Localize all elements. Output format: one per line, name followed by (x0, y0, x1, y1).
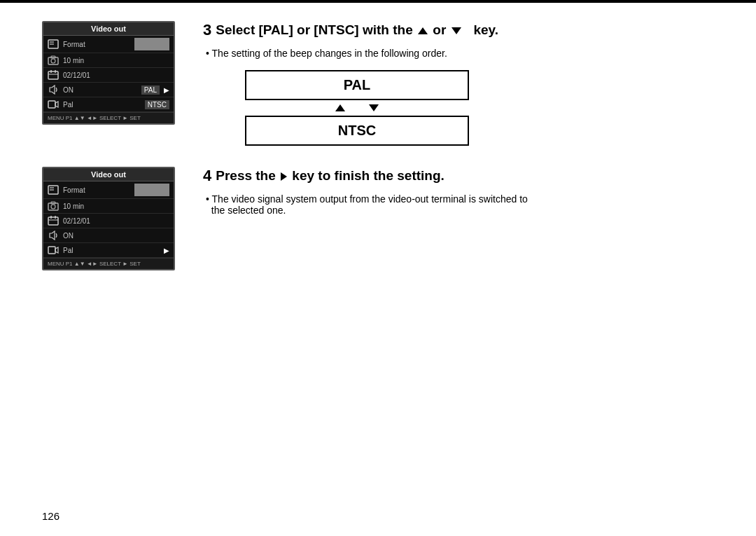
svg-marker-10 (50, 85, 55, 94)
step4-number: 4 (203, 167, 211, 185)
svg-rect-11 (48, 101, 55, 108)
screen2-speaker-icon (48, 231, 59, 240)
arrow-right-icon (281, 172, 287, 181)
diagram-arrow-up (335, 104, 345, 111)
screen2-camera-icon (48, 201, 59, 211)
screen2-speaker-label: ON (63, 232, 169, 240)
arrow-up-icon (418, 27, 428, 34)
format-thumb (134, 38, 169, 50)
screen2-format-thumb (134, 184, 169, 196)
screen2-footer-text: MENU P1 ▲▼ ◄► SELECT ► SET (48, 261, 141, 267)
screen2-row-pal: Pal ▶ (43, 243, 174, 258)
speaker-label: ON (63, 86, 137, 94)
screen-row-date: 02/12/01 (43, 68, 174, 83)
top-border (0, 0, 756, 3)
screen-mockup-1: Video out Format (42, 21, 175, 125)
svg-point-4 (51, 59, 55, 63)
step3-content: 3 Select [PAL] or [NTSC] with the or key… (203, 21, 714, 146)
screen-title-2: Video out (43, 168, 174, 181)
screen2-row-camera: 10 min (43, 199, 174, 214)
screen1-footer: MENU P1 ▲▼ ◄► SELECT ► SET (43, 112, 174, 123)
screen2-pal-label: Pal (63, 247, 160, 254)
step4-bullet: • The video signal system output from th… (203, 193, 714, 216)
svg-rect-19 (48, 217, 58, 225)
screen2-row-format: Format (43, 181, 174, 199)
screen2-date-icon (48, 216, 59, 226)
speaker-value: PAL (141, 85, 160, 95)
step4-bullet-line1: The video signal system output from the … (212, 193, 528, 205)
date-label: 02/12/01 (63, 71, 169, 79)
step4-content: 4 Press the key to finish the setting. •… (203, 167, 714, 216)
screen-body-2: Format 10 min (43, 181, 174, 258)
camera-label: 10 min (63, 57, 169, 64)
screen1-footer-text: MENU P1 ▲▼ ◄► SELECT ► SET (48, 115, 141, 121)
step4-heading-text: Press the key to finish the setting. (216, 168, 444, 184)
svg-point-17 (51, 205, 55, 209)
screen-row-pal: Pal NTSC (43, 97, 174, 112)
screen2-camera-label: 10 min (63, 202, 169, 210)
pal-label: Pal (63, 101, 141, 109)
screen2-date-label: 02/12/01 (63, 217, 169, 225)
screen2-pal-arrow: ▶ (164, 247, 169, 254)
date-icon (48, 70, 59, 80)
screen2-video-icon (48, 245, 59, 255)
arrow-row (245, 100, 469, 116)
screen2-footer: MENU P1 ▲▼ ◄► SELECT ► SET (43, 258, 174, 269)
svg-rect-6 (48, 71, 58, 79)
format-label: Format (63, 41, 130, 48)
screen2-format-icon (48, 185, 59, 195)
step3-heading-text: Select [PAL] or [NTSC] with the or key. (216, 22, 498, 38)
page-number: 126 (42, 510, 59, 522)
screen2-row-date: 02/12/01 (43, 214, 174, 228)
pal-ntsc-diagram: PAL NTSC (245, 70, 469, 146)
speaker-icon (48, 85, 59, 95)
diagram-arrow-down (369, 104, 379, 111)
camera-icon (48, 55, 59, 65)
arrow-down-icon (451, 27, 461, 34)
video-icon (48, 99, 59, 109)
ntsc-box: NTSC (245, 116, 469, 146)
step4-bullet-marker: • (206, 193, 212, 205)
step3-bullet: The setting of the beep changes in the f… (203, 48, 714, 59)
step3-section: Video out Format (42, 21, 714, 146)
or-text: or (433, 22, 446, 37)
screen-row-speaker: ON PAL ▶ (43, 83, 174, 97)
svg-rect-24 (48, 247, 55, 254)
format-icon (48, 39, 59, 49)
screen-title-1: Video out (43, 22, 174, 36)
screen2-row-speaker: ON (43, 228, 174, 243)
step4-bullet-line2: the selected one. (211, 205, 286, 216)
step3-heading: 3 Select [PAL] or [NTSC] with the or key… (203, 21, 714, 39)
pal-value: NTSC (145, 100, 169, 109)
step4-heading: 4 Press the key to finish the setting. (203, 167, 714, 185)
svg-marker-23 (50, 231, 55, 240)
svg-marker-12 (55, 102, 58, 107)
pal-box: PAL (245, 70, 469, 100)
screen-row-camera: 10 min (43, 53, 174, 68)
speaker-arrow: ▶ (164, 86, 169, 94)
svg-marker-25 (55, 247, 58, 253)
screen-mockup-2: Video out Format (42, 167, 175, 270)
screen-row-format: Format (43, 36, 174, 53)
step3-number: 3 (203, 21, 211, 39)
screen2-format-label: Format (63, 186, 130, 194)
screen-body-1: Format 10 min (43, 36, 174, 112)
page-content: Video out Format (42, 21, 714, 508)
step4-section: Video out Format (42, 167, 714, 270)
